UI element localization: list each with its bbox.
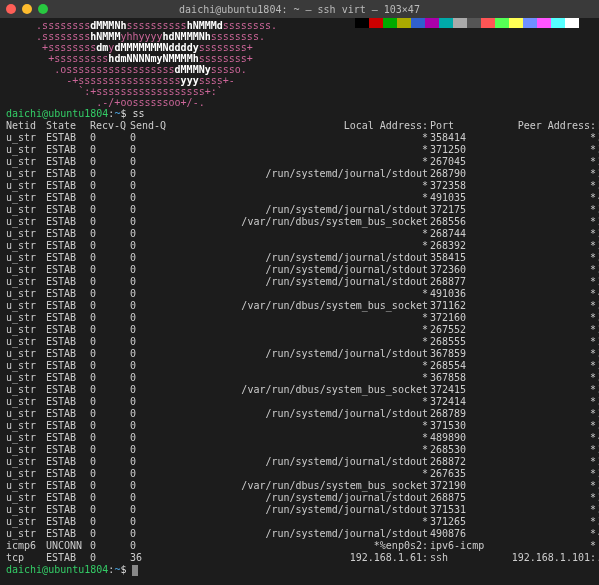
color-swatch — [411, 18, 425, 28]
cell-paddr: * — [488, 384, 598, 396]
cell-state: ESTAB — [46, 408, 90, 420]
cell-send: 0 — [130, 204, 170, 216]
cell-state: ESTAB — [46, 300, 90, 312]
cell-paddr: * — [488, 216, 598, 228]
cell-laddr: *%enp0s2: — [170, 540, 430, 552]
cell-paddr: * — [488, 324, 598, 336]
cell-state: ESTAB — [46, 180, 90, 192]
hdr-state: State — [46, 120, 90, 132]
table-row: u_strESTAB00*372358*372360 — [6, 180, 599, 192]
cell-paddr: * — [488, 432, 598, 444]
cell-send: 0 — [130, 132, 170, 144]
cell-laddr: * — [170, 396, 430, 408]
cell-send: 0 — [130, 336, 170, 348]
cell-lport: 268554 — [430, 360, 488, 372]
cell-send: 0 — [130, 528, 170, 540]
cell-send: 0 — [130, 276, 170, 288]
cell-laddr: /run/systemd/journal/stdout — [170, 492, 430, 504]
prompt-line-1: daichi@ubuntu1804:~$ ss — [6, 108, 593, 120]
cell-lport: 371162 — [430, 300, 488, 312]
table-row: u_strESTAB00*268554*268555 — [6, 360, 599, 372]
prompt-symbol: $ — [120, 564, 126, 575]
cell-recv: 0 — [90, 168, 130, 180]
table-row: u_strESTAB00/var/run/dbus/system_bus_soc… — [6, 216, 599, 228]
cell-state: ESTAB — [46, 372, 90, 384]
hdr-send: Send-Q — [130, 120, 170, 132]
cell-state: ESTAB — [46, 552, 90, 564]
cell-recv: 0 — [90, 396, 130, 408]
cell-laddr: * — [170, 228, 430, 240]
cell-recv: 0 — [90, 480, 130, 492]
cell-send: 0 — [130, 324, 170, 336]
table-row: u_strESTAB00*267635*268872 — [6, 468, 599, 480]
cell-laddr: * — [170, 192, 430, 204]
cell-laddr: /run/systemd/journal/stdout — [170, 456, 430, 468]
cell-state: ESTAB — [46, 516, 90, 528]
cell-laddr: /var/run/dbus/system_bus_socket — [170, 384, 430, 396]
cell-netid: u_str — [6, 396, 46, 408]
color-swatch — [369, 18, 383, 28]
cell-paddr: * — [488, 312, 598, 324]
cell-recv: 0 — [90, 228, 130, 240]
cell-netid: u_str — [6, 144, 46, 156]
cell-paddr: * — [488, 168, 598, 180]
cell-netid: u_str — [6, 228, 46, 240]
cell-recv: 0 — [90, 552, 130, 564]
cursor-icon — [132, 565, 138, 576]
cell-state: ESTAB — [46, 288, 90, 300]
cell-send: 0 — [130, 192, 170, 204]
color-swatch — [551, 18, 565, 28]
cell-state: ESTAB — [46, 228, 90, 240]
cell-paddr: * — [488, 540, 598, 552]
cell-recv: 0 — [90, 252, 130, 264]
cell-paddr: * — [488, 300, 598, 312]
cell-send: 0 — [130, 372, 170, 384]
cell-lport: ipv6-icmp — [430, 540, 488, 552]
cell-lport: 371531 — [430, 504, 488, 516]
cell-paddr: * — [488, 492, 598, 504]
cell-netid: u_str — [6, 276, 46, 288]
cell-send: 36 — [130, 552, 170, 564]
cell-send: 0 — [130, 492, 170, 504]
cell-netid: u_str — [6, 312, 46, 324]
cell-netid: tcp — [6, 552, 46, 564]
cell-state: ESTAB — [46, 480, 90, 492]
cell-send: 0 — [130, 516, 170, 528]
cell-lport: 268530 — [430, 444, 488, 456]
cell-send: 0 — [130, 468, 170, 480]
cell-netid: u_str — [6, 252, 46, 264]
cell-recv: 0 — [90, 372, 130, 384]
cell-lport: 358415 — [430, 252, 488, 264]
cell-state: ESTAB — [46, 528, 90, 540]
cell-state: ESTAB — [46, 420, 90, 432]
cell-netid: u_str — [6, 240, 46, 252]
table-row: u_strESTAB00*491036*491035 — [6, 288, 599, 300]
cell-laddr: /run/systemd/journal/stdout — [170, 264, 430, 276]
table-row: u_strESTAB00/var/run/dbus/system_bus_soc… — [6, 480, 599, 492]
cell-recv: 0 — [90, 420, 130, 432]
cell-laddr: * — [170, 360, 430, 372]
cell-lport: 371265 — [430, 516, 488, 528]
cell-lport: 268789 — [430, 408, 488, 420]
cell-paddr: * — [488, 516, 598, 528]
cell-send: 0 — [130, 300, 170, 312]
cell-send: 0 — [130, 156, 170, 168]
color-swatch — [467, 18, 481, 28]
table-row: u_strESTAB00*267552*268789 — [6, 324, 599, 336]
cell-netid: u_str — [6, 456, 46, 468]
cell-lport: 367858 — [430, 372, 488, 384]
table-row: u_strESTAB00/run/systemd/journal/stdout3… — [6, 504, 599, 516]
terminal-body[interactable]: .ssssssssdMMMNhsssssssssshNMMMdssssssss.… — [0, 18, 599, 578]
cell-recv: 0 — [90, 492, 130, 504]
cell-laddr: * — [170, 516, 430, 528]
cell-recv: 0 — [90, 348, 130, 360]
cell-lport: 372190 — [430, 480, 488, 492]
cell-recv: 0 — [90, 336, 130, 348]
cell-state: ESTAB — [46, 504, 90, 516]
prompt-line-2[interactable]: daichi@ubuntu1804:~$ — [6, 564, 593, 576]
cell-laddr: * — [170, 156, 430, 168]
cell-paddr: * — [488, 456, 598, 468]
cell-recv: 0 — [90, 132, 130, 144]
cell-laddr: * — [170, 144, 430, 156]
cell-paddr: * — [488, 288, 598, 300]
